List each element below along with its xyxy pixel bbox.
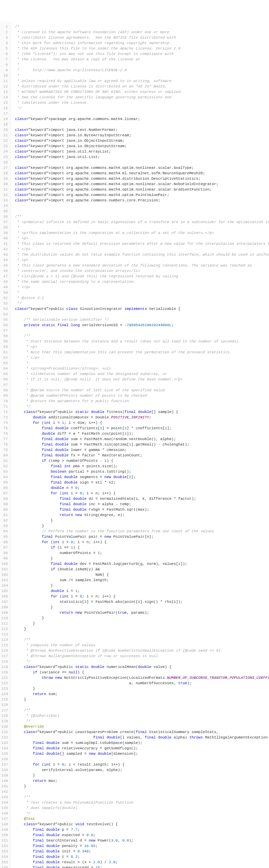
- code-line[interactable]: }: [15, 621, 269, 627]
- code-line[interactable]: class="keyword">public void testEvolve()…: [15, 822, 269, 827]
- code-line[interactable]: *: [15, 290, 269, 296]
- code-line[interactable]: }: [15, 784, 269, 789]
- code-line[interactable]: [15, 789, 269, 795]
- code-line[interactable]: */: [15, 659, 269, 665]
- code-line[interactable]: */: [15, 404, 269, 410]
- code-line[interactable]: final PointValuePair pair = new PointVal…: [15, 534, 269, 540]
- code-line[interactable]: return max;: [15, 778, 269, 784]
- code-line[interactable]: * </p>: [15, 285, 269, 290]
- code-line[interactable]: [15, 160, 269, 165]
- code-line[interactable]: double diff = a * FastMath.cos(point[1])…: [15, 431, 269, 437]
- code-line[interactable]: class="keyword">import java.util.List;: [15, 155, 269, 160]
- code-line[interactable]: }: [15, 605, 269, 610]
- code-line[interactable]: */: [15, 719, 269, 724]
- code-line[interactable]: * Licensed to the Apache Software Founda…: [15, 30, 269, 35]
- code-line[interactable]: class="keyword">public LeastSquaresProbl…: [15, 730, 269, 735]
- code-line[interactable]: * (the "License"); you may not use this …: [15, 52, 269, 57]
- code-line[interactable]: }: [15, 518, 269, 524]
- code-line[interactable]: }: [15, 686, 269, 692]
- code-line[interactable]: final double sum = FastMath.sin(optima[1…: [15, 442, 269, 448]
- code-line[interactable]: }: [15, 556, 269, 561]
- code-line[interactable]: class="keyword">import org.apache.common…: [15, 171, 269, 176]
- code-line[interactable]: * @throws NullArgumentException if row o…: [15, 654, 269, 659]
- code-line[interactable]: final double relativeAccuracy = getSumOf…: [15, 746, 269, 751]
- code-line[interactable]: double additionalComputex = Double.POSIT…: [15, 415, 269, 420]
- code-line[interactable]: class="keyword">import java.text.NumberF…: [15, 127, 269, 133]
- code-line[interactable]: final double t = 0.2;: [15, 854, 269, 860]
- code-line[interactable]: class="keyword">import java.io.ObjectInp…: [15, 138, 269, 144]
- code-line[interactable]: [15, 312, 269, 317]
- code-line[interactable]: final double[] sampled = new double[dime…: [15, 751, 269, 757]
- code-line[interactable]: * This class is returned the default pre…: [15, 241, 269, 247]
- code-line[interactable]: class="keyword">import java.io.ObjectOut…: [15, 144, 269, 149]
- code-line[interactable]: final double inc = alpha - temp;: [15, 502, 269, 507]
- code-line[interactable]: final double penalty = 1e-03;: [15, 844, 269, 849]
- code-line[interactable]: final double rxSgn = FastMath.sqrt(max);: [15, 507, 269, 513]
- code-line[interactable]: }: [15, 524, 269, 529]
- code-content[interactable]: /* * Licensed to the Apache Software Fou…: [11, 22, 269, 868]
- code-line[interactable]: /**: [15, 795, 269, 800]
- code-line[interactable]: // Perform the number to the function pa…: [15, 529, 269, 534]
- code-line[interactable]: * Test creates a new PolynomialFunction …: [15, 800, 269, 806]
- code-line[interactable]: }: [15, 697, 269, 703]
- code-line[interactable]: [15, 328, 269, 334]
- code-line[interactable]: class="keyword">import org.apache.common…: [15, 165, 269, 171]
- code-line[interactable]: /**: [15, 214, 269, 220]
- code-line[interactable]: }: [15, 627, 269, 632]
- code-line[interactable]: [15, 703, 269, 708]
- code-line[interactable]: @Override: [15, 724, 269, 730]
- code-line[interactable]: */: [15, 106, 269, 111]
- code-line[interactable]: [15, 757, 269, 762]
- code-line[interactable]: * This class generates a new standard de…: [15, 263, 269, 269]
- code-line[interactable]: * the License. You may obtain a copy of …: [15, 57, 269, 62]
- code-line[interactable]: final double p = 7.7;: [15, 827, 269, 833]
- code-line[interactable]: @Test: [15, 816, 269, 822]
- code-line[interactable]: * <p>This implementation is the computat…: [15, 231, 269, 236]
- code-line[interactable]: * <p>: [15, 258, 269, 263]
- code-line[interactable]: class="keyword">public static double fit…: [15, 410, 269, 415]
- code-line[interactable]: for (int i = 0; i < n; i++) {: [15, 594, 269, 599]
- code-line[interactable]: class="keyword">public class SinoutionIn…: [15, 307, 269, 312]
- code-line[interactable]: * does #applyTo(double): [15, 806, 269, 811]
- code-line[interactable]: final double sum = FastMath.max(random.n…: [15, 437, 269, 442]
- code-line[interactable]: * contributor license agreements. See th…: [15, 35, 269, 41]
- code-line[interactable]: final double coefficients[1] = point[1] …: [15, 426, 269, 431]
- code-line[interactable]: class="keyword">import org.apache.common…: [15, 193, 269, 198]
- code-line[interactable]: [15, 122, 269, 127]
- code-line[interactable]: final double init = 0.349;: [15, 849, 269, 854]
- code-line[interactable]: final double dz = normalizedState(i, k, …: [15, 496, 269, 502]
- code-line[interactable]: /**: [15, 637, 269, 643]
- code-line[interactable]: * the same special corresponding to a re…: [15, 279, 269, 285]
- code-line[interactable]: [15, 111, 269, 117]
- code-line[interactable]: class="keyword">import org.apache.common…: [15, 187, 269, 193]
- code-line[interactable]: sum /= samples.length;: [15, 578, 269, 583]
- code-line[interactable]: if (temp > numberOfPoints - 1) {: [15, 458, 269, 464]
- code-line[interactable]: boolean partial = points.toString();: [15, 469, 269, 475]
- code-line[interactable]: * {@inheritDoc}: [15, 713, 269, 719]
- code-line[interactable]: *: [15, 382, 269, 388]
- code-line[interactable]: throw new NotStrictlyPositiveException(L…: [15, 675, 269, 681]
- code-line[interactable]: class="keyword">package org.apache.commo…: [15, 117, 269, 122]
- code-line[interactable]: * If it is null, {@code null}. It does n…: [15, 377, 269, 382]
- code-line[interactable]: *: [15, 62, 269, 68]
- code-line[interactable]: final double segments = new double[2];: [15, 475, 269, 480]
- code-line[interactable]: * <li>{@code a + 1} and {@code this} the…: [15, 274, 269, 279]
- code-line[interactable]: if (i == 1) {: [15, 545, 269, 551]
- code-line[interactable]: return new PointValuePair(true, params);: [15, 610, 269, 616]
- code-line[interactable]: for (int i = 0; i < n; i++) {: [15, 540, 269, 545]
- code-line[interactable]: NaN) {: [15, 572, 269, 578]
- code-line[interactable]: * WITHOUT WARRANTIES OR CONDITIONS OF AN…: [15, 90, 269, 95]
- code-line[interactable]: * Note that this implementation this can…: [15, 350, 269, 355]
- code-line[interactable]: /** Serializable version identifier */: [15, 317, 269, 323]
- code-line[interactable]: */: [15, 811, 269, 816]
- code-line[interactable]: }: [15, 583, 269, 589]
- code-line[interactable]: final SearchInterval d = new Power(3.0, …: [15, 838, 269, 844]
- code-line[interactable]: for (int i = 0; i < n; i++) {: [15, 491, 269, 496]
- code-line[interactable]: /*: [15, 24, 269, 30]
- code-line[interactable]: *: [15, 73, 269, 79]
- code-line[interactable]: final double dev = FastMath.log(perturb(…: [15, 561, 269, 567]
- code-line[interactable]: * <p>Natural infinite is defined in basi…: [15, 220, 269, 225]
- code-line[interactable]: }: [15, 773, 269, 778]
- code-line[interactable]: class="keyword">public static double num…: [15, 665, 269, 670]
- code-line[interactable]: final double result = (x + 1.0) / 2.0;: [15, 860, 269, 865]
